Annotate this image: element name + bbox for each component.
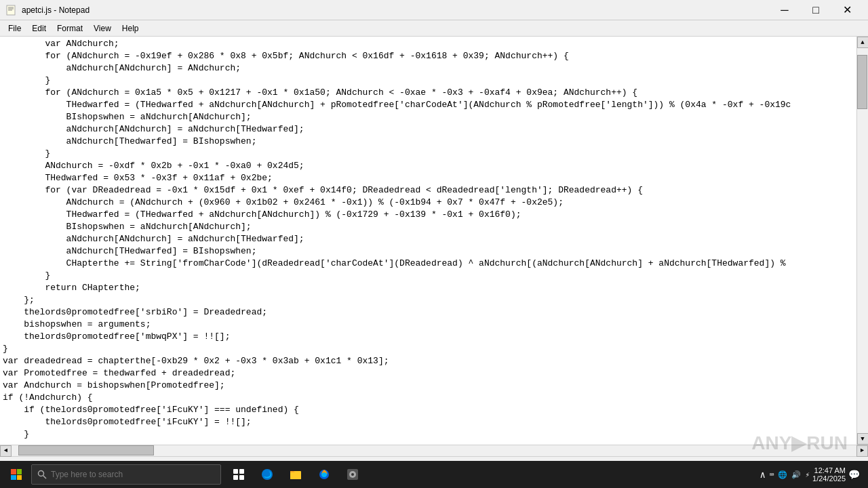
edge-button[interactable] bbox=[254, 461, 281, 488]
taskbar: ∧ ⌨ 🌐 🔊 ⚡ 12:47 AM 1/24/2025 💬 bbox=[0, 461, 868, 488]
app5-button[interactable] bbox=[339, 461, 366, 488]
code-line: } bbox=[3, 428, 854, 441]
taskbar-icons bbox=[225, 461, 366, 488]
title-bar-controls: ─ □ ✕ bbox=[769, 0, 863, 20]
menu-bar: File Edit Format View Help bbox=[0, 20, 868, 37]
scroll-right-button[interactable]: ► bbox=[856, 445, 868, 457]
code-line: ANdchurch = -0xdf * 0x2b + -0x1 * -0xa0 … bbox=[3, 160, 854, 172]
battery-icon[interactable]: ⚡ bbox=[805, 470, 810, 479]
minimize-button[interactable]: ─ bbox=[769, 0, 800, 20]
code-line: if (!Andchurch) { bbox=[3, 392, 854, 404]
svg-point-4 bbox=[39, 471, 44, 476]
taskbar-search-box[interactable] bbox=[31, 464, 221, 485]
date-display: 1/24/2025 bbox=[812, 474, 846, 483]
title-bar: apetci.js - Notepad ─ □ ✕ bbox=[0, 0, 868, 20]
code-line: for (var DReadedread = -0x1 * 0x15df + 0… bbox=[3, 184, 854, 197]
code-line: for (ANdchurch = -0x19ef + 0x286 * 0x8 +… bbox=[3, 50, 854, 62]
code-line: thelords0promotedfree['srbiRo'] = Dreade… bbox=[3, 306, 854, 319]
code-line: thelords0promotedfree['iFcuKY'] = !![]; bbox=[3, 416, 854, 428]
explorer-icon bbox=[289, 468, 302, 481]
scroll-thumb-h[interactable] bbox=[18, 445, 154, 455]
scroll-left-button[interactable]: ◄ bbox=[0, 445, 12, 457]
system-tray: ∧ ⌨ 🌐 🔊 ⚡ 12:47 AM 1/24/2025 💬 bbox=[760, 466, 865, 483]
code-line: var ANdchurch; bbox=[3, 38, 854, 50]
scroll-down-button[interactable]: ▼ bbox=[857, 433, 869, 445]
vertical-scrollbar[interactable]: ▲ ▼ bbox=[856, 37, 868, 445]
close-button[interactable]: ✕ bbox=[831, 0, 863, 20]
network-icon[interactable]: 🌐 bbox=[778, 470, 787, 479]
explorer-button[interactable] bbox=[282, 461, 309, 488]
code-line: bishopswhen = arguments; bbox=[3, 319, 854, 331]
code-line: THedwarfed = 0x53 * -0x3f + 0x11af + 0x2… bbox=[3, 172, 854, 184]
menu-view[interactable]: View bbox=[88, 22, 117, 35]
code-line: aNdchurch[ANdchurch] = ANdchurch; bbox=[3, 62, 854, 75]
code-line: aNdchurch[ANdchurch] = aNdchurch[THedwar… bbox=[3, 233, 854, 245]
svg-rect-7 bbox=[239, 469, 244, 474]
task-view-button[interactable] bbox=[225, 461, 252, 488]
menu-edit[interactable]: Edit bbox=[26, 22, 52, 35]
keyboard-icon[interactable]: ⌨ bbox=[770, 470, 774, 479]
svg-line-5 bbox=[43, 476, 47, 479]
search-icon bbox=[37, 470, 47, 479]
edge-icon bbox=[260, 468, 274, 481]
code-line: THedwarfed = (THedwarfed + aNdchurch[ANd… bbox=[3, 209, 854, 221]
code-line: BIshopswhen = aNdchurch[ANdchurch]; bbox=[3, 221, 854, 233]
code-line: CHapterthe += String['fromCharCode'](dRe… bbox=[3, 258, 854, 270]
task-view-icon bbox=[232, 468, 245, 481]
menu-file[interactable]: File bbox=[3, 22, 26, 35]
clock[interactable]: 12:47 AM 1/24/2025 bbox=[812, 466, 846, 483]
scroll-track-v[interactable] bbox=[857, 48, 868, 433]
code-line: return CHapterthe; bbox=[3, 282, 854, 294]
code-line: aNdchurch[Thedwarfed] = BIshopswhen; bbox=[3, 136, 854, 148]
volume-icon[interactable]: 🔊 bbox=[791, 470, 801, 479]
svg-rect-9 bbox=[239, 475, 244, 480]
svg-rect-12 bbox=[290, 472, 301, 479]
notification-icon[interactable]: 💬 bbox=[848, 469, 860, 481]
code-line: } bbox=[3, 343, 854, 355]
scroll-up-button[interactable]: ▲ bbox=[857, 37, 869, 48]
app5-icon bbox=[346, 468, 359, 481]
editor-area: var ANdchurch; for (ANdchurch = -0x19ef … bbox=[0, 37, 868, 445]
firefox-icon bbox=[317, 468, 331, 481]
menu-help[interactable]: Help bbox=[117, 22, 144, 35]
maximize-button[interactable]: □ bbox=[800, 0, 831, 20]
window-title: apetci.js - Notepad bbox=[22, 5, 90, 15]
code-line: var Andchurch = bishopswhen[Promotedfree… bbox=[3, 380, 854, 392]
code-line: for (ANdchurch = 0x1a5 * 0x5 + 0x1217 + … bbox=[3, 87, 854, 99]
code-line: var dreadedread = chapterthe[-0xb29 * 0x… bbox=[3, 355, 854, 367]
code-line: BIshopswhen = aNdchurch[ANdchurch]; bbox=[3, 111, 854, 123]
code-line: var Promotedfree = thedwarfed + dreadedr… bbox=[3, 367, 854, 380]
code-line: if (thelords0promotedfree['iFcuKY'] === … bbox=[3, 404, 854, 416]
notepad-icon bbox=[5, 5, 16, 16]
menu-format[interactable]: Format bbox=[52, 22, 88, 35]
time-display: 12:47 AM bbox=[812, 466, 846, 474]
code-line: } bbox=[3, 148, 854, 160]
code-line: } bbox=[3, 270, 854, 282]
code-line: aNdchurch[ANdchurch] = aNdchurch[THedwar… bbox=[3, 123, 854, 136]
code-line: aNdchurch[THedwarfed] = BIshopswhen; bbox=[3, 245, 854, 258]
code-line: }; bbox=[3, 294, 854, 306]
sys-icons: ∧ ⌨ 🌐 🔊 ⚡ bbox=[760, 469, 810, 481]
code-line: } bbox=[3, 75, 854, 87]
code-line: ANdchurch = (ANdchurch + (0x960 + 0x1b02… bbox=[3, 197, 854, 209]
horizontal-scrollbar[interactable]: ◄ ► bbox=[0, 445, 868, 456]
editor-content[interactable]: var ANdchurch; for (ANdchurch = -0x19ef … bbox=[0, 37, 856, 445]
svg-rect-8 bbox=[233, 475, 238, 480]
scroll-thumb-v[interactable] bbox=[857, 55, 867, 109]
windows-icon bbox=[11, 469, 22, 480]
svg-rect-6 bbox=[233, 469, 238, 474]
search-input[interactable] bbox=[51, 470, 215, 479]
code-line: thelords0promotedfree['mbwqPX'] = !![]; bbox=[3, 331, 854, 343]
svg-point-17 bbox=[351, 473, 354, 476]
start-button[interactable] bbox=[3, 461, 30, 488]
scroll-track-h[interactable] bbox=[12, 445, 856, 456]
title-bar-left: apetci.js - Notepad bbox=[5, 5, 90, 16]
chevron-up-icon[interactable]: ∧ bbox=[760, 469, 765, 481]
code-line: THedwarfed = (THedwarfed + aNdchurch[ANd… bbox=[3, 99, 854, 111]
firefox-button[interactable] bbox=[311, 461, 338, 488]
